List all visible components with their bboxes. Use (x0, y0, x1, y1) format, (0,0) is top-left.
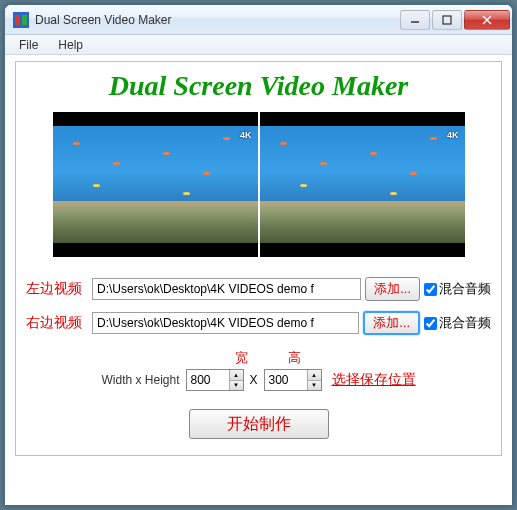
left-video-label: 左边视频 (26, 280, 88, 298)
client-area: Dual Screen Video Maker 4K (5, 55, 512, 466)
window-controls (400, 10, 510, 30)
right-mix-checkbox[interactable] (424, 317, 437, 330)
left-video-path[interactable] (92, 278, 361, 300)
left-add-button[interactable]: 添加... (365, 277, 420, 301)
right-video-row: 右边视频 添加... 混合音频 (26, 311, 491, 335)
height-spinner[interactable]: ▲ ▼ (264, 369, 322, 391)
titlebar: Dual Screen Video Maker (5, 5, 512, 35)
height-header: 高 (288, 349, 301, 367)
preview-badge: 4K (447, 130, 459, 140)
right-mix-label: 混合音频 (439, 314, 491, 332)
x-separator: X (250, 373, 258, 387)
menubar: File Help (5, 35, 512, 55)
menu-help[interactable]: Help (48, 37, 93, 53)
right-video-path[interactable] (92, 312, 359, 334)
svg-rect-2 (22, 15, 27, 25)
close-button[interactable] (464, 10, 510, 30)
preview-left: 4K (53, 112, 258, 257)
width-spinner[interactable]: ▲ ▼ (186, 369, 244, 391)
window-title: Dual Screen Video Maker (35, 13, 400, 27)
height-down[interactable]: ▼ (308, 381, 321, 391)
dimensions-block: 宽 高 Width x Height ▲ ▼ X (26, 349, 491, 391)
preview-badge: 4K (240, 130, 252, 140)
left-mix-audio[interactable]: 混合音频 (424, 280, 491, 298)
width-input[interactable] (187, 370, 229, 390)
app-window: Dual Screen Video Maker File Help Dual S… (4, 4, 513, 506)
app-icon (13, 12, 29, 28)
width-down[interactable]: ▼ (230, 381, 243, 391)
left-mix-label: 混合音频 (439, 280, 491, 298)
height-input[interactable] (265, 370, 307, 390)
watermark: UEBUG (430, 481, 507, 504)
main-panel: Dual Screen Video Maker 4K (15, 61, 502, 456)
maximize-button[interactable] (432, 10, 462, 30)
left-mix-checkbox[interactable] (424, 283, 437, 296)
choose-save-location[interactable]: 选择保存位置 (332, 371, 416, 389)
width-up[interactable]: ▲ (230, 370, 243, 381)
start-button[interactable]: 开始制作 (189, 409, 329, 439)
dims-caption: Width x Height (101, 373, 179, 387)
svg-rect-1 (15, 15, 20, 25)
preview-right: 4K (260, 112, 465, 257)
height-up[interactable]: ▲ (308, 370, 321, 381)
svg-rect-4 (443, 16, 451, 24)
width-header: 宽 (235, 349, 248, 367)
menu-file[interactable]: File (9, 37, 48, 53)
preview-row: 4K 4K (26, 112, 491, 257)
right-mix-audio[interactable]: 混合音频 (424, 314, 491, 332)
minimize-button[interactable] (400, 10, 430, 30)
left-video-row: 左边视频 添加... 混合音频 (26, 277, 491, 301)
right-video-label: 右边视频 (26, 314, 88, 332)
right-add-button[interactable]: 添加... (363, 311, 420, 335)
app-title: Dual Screen Video Maker (26, 70, 491, 102)
